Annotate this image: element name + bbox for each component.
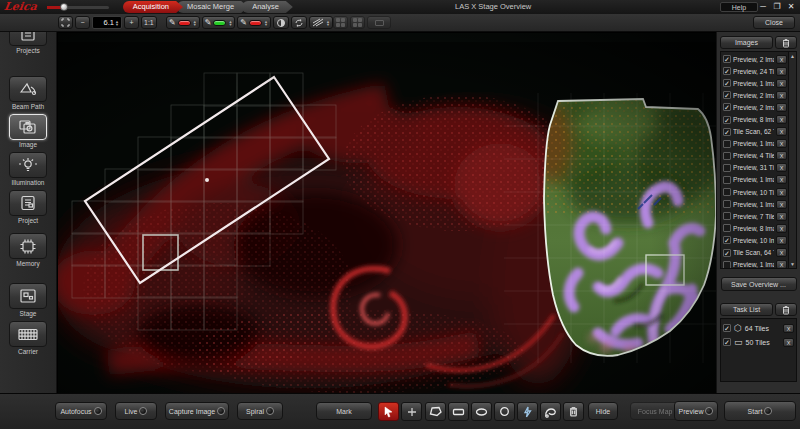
- channel-3-button[interactable]: ✎ ▲▼: [237, 16, 271, 29]
- image-list-item[interactable]: Preview, 1 ImageX: [723, 259, 787, 269]
- channel-1-spinner[interactable]: ▲▼: [193, 20, 197, 26]
- image-list-item[interactable]: Preview, 31 TilesX: [723, 162, 787, 174]
- spiral-button[interactable]: Spiral: [237, 402, 283, 420]
- task-checkbox[interactable]: ✓: [723, 338, 731, 346]
- remove-image-button[interactable]: X: [776, 139, 787, 148]
- image-checkbox[interactable]: [723, 152, 731, 160]
- image-list-item[interactable]: ✓Preview, 8 ImagesX: [723, 113, 787, 125]
- task-checkbox[interactable]: ✓: [723, 324, 731, 332]
- image-checkbox[interactable]: [723, 261, 731, 269]
- image-list-item[interactable]: Preview, 7 TilesX: [723, 210, 787, 222]
- channel-3-color-swatch[interactable]: [249, 20, 262, 26]
- channel-1-color-swatch[interactable]: [178, 20, 191, 26]
- image-list-item[interactable]: ✓Preview, 24 TilesX: [723, 65, 787, 77]
- sidebar-item-image[interactable]: Image: [5, 114, 51, 148]
- tab-acquisition[interactable]: Acquisition: [123, 1, 183, 13]
- scroll-down-icon[interactable]: ▼: [790, 261, 795, 267]
- image-checkbox[interactable]: ✓: [723, 249, 731, 257]
- remove-image-button[interactable]: X: [776, 127, 787, 136]
- rectangle-tool-button[interactable]: [448, 402, 469, 421]
- image-list-item[interactable]: Preview, 10 TilesX: [723, 186, 787, 198]
- image-checkbox[interactable]: ✓: [723, 67, 731, 75]
- stage-overview-canvas[interactable]: [57, 32, 716, 393]
- sidebar-item-project[interactable]: Project: [5, 190, 51, 224]
- remove-image-button[interactable]: X: [776, 55, 787, 64]
- image-list-item[interactable]: ✓Tile Scan, 64 TilesX: [723, 247, 787, 259]
- image-list-item[interactable]: Preview, 4 TilesX: [723, 150, 787, 162]
- scroll-up-icon[interactable]: ▲: [790, 53, 795, 59]
- channel-2-button[interactable]: ✎ ▲▼: [202, 16, 236, 29]
- tab-analyse[interactable]: Analyse: [242, 1, 293, 13]
- sidebar-item-stage[interactable]: Stage: [5, 283, 51, 317]
- image-list-item[interactable]: ✓Preview, 10 ImagesX: [723, 234, 787, 246]
- gradient-lut-button[interactable]: ▲▼: [309, 16, 333, 29]
- layout-single-button[interactable]: [367, 16, 391, 29]
- image-list-item[interactable]: Preview, 8 ImagesX: [723, 222, 787, 234]
- autofocus-button[interactable]: Autofocus: [55, 402, 107, 420]
- zoom-value-field[interactable]: 6.1 ▲▼: [92, 16, 122, 29]
- remove-image-button[interactable]: X: [776, 260, 787, 269]
- images-scrollbar[interactable]: ▲ ▼: [788, 52, 796, 268]
- image-list-item[interactable]: Preview, 1 ImageX: [723, 198, 787, 210]
- capture-image-button[interactable]: Capture Image: [165, 402, 229, 420]
- sidebar-item-carrier[interactable]: Carrier: [5, 321, 51, 355]
- remove-task-button[interactable]: X: [783, 338, 794, 347]
- specimen-view[interactable]: [58, 33, 717, 394]
- remove-image-button[interactable]: X: [776, 103, 787, 112]
- circle-tool-button[interactable]: [494, 402, 515, 421]
- remove-image-button[interactable]: X: [776, 151, 787, 160]
- live-button[interactable]: Live: [115, 402, 157, 420]
- channel-2-spinner[interactable]: ▲▼: [228, 20, 232, 26]
- polygon-tool-button[interactable]: [425, 402, 446, 421]
- remove-image-button[interactable]: X: [776, 67, 787, 76]
- remove-image-button[interactable]: X: [776, 224, 787, 233]
- lut-spinner[interactable]: ▲▼: [326, 20, 330, 26]
- mark-button[interactable]: Mark: [316, 402, 372, 420]
- remove-image-button[interactable]: X: [776, 212, 787, 221]
- image-checkbox[interactable]: [723, 164, 731, 172]
- help-button[interactable]: Help: [720, 2, 758, 12]
- image-checkbox[interactable]: [723, 140, 731, 148]
- opacity-slider[interactable]: [47, 6, 109, 9]
- flash-tool-button[interactable]: [517, 402, 538, 421]
- point-tool-button[interactable]: [401, 402, 422, 421]
- image-checkbox[interactable]: ✓: [723, 103, 731, 111]
- image-list-item[interactable]: ✓Tile Scan, 62 TilesX: [723, 126, 787, 138]
- image-checkbox[interactable]: ✓: [723, 91, 731, 99]
- remove-image-button[interactable]: X: [776, 188, 787, 197]
- delete-tasks-button[interactable]: [775, 303, 797, 316]
- sidebar-item-beam-path[interactable]: Beam Path: [5, 76, 51, 110]
- one-to-one-button[interactable]: 1:1: [141, 16, 157, 29]
- channel-2-color-swatch[interactable]: [213, 20, 226, 26]
- select-tool-button[interactable]: [378, 402, 399, 421]
- image-list-item[interactable]: ✓Preview, 2 ImagesX: [723, 53, 787, 65]
- contrast-button[interactable]: [273, 16, 289, 29]
- save-overview-button[interactable]: Save Overview ...: [721, 277, 797, 291]
- image-checkbox[interactable]: [723, 224, 731, 232]
- image-checkbox[interactable]: ✓: [723, 128, 731, 136]
- image-list-item[interactable]: ✓Preview, 2 ImagesX: [723, 89, 787, 101]
- zoom-in-button[interactable]: +: [124, 16, 139, 29]
- zoom-spinner[interactable]: ▲▼: [115, 20, 119, 26]
- hide-button[interactable]: Hide: [588, 402, 618, 420]
- remove-image-button[interactable]: X: [776, 248, 787, 257]
- image-checkbox[interactable]: [723, 176, 731, 184]
- image-checkbox[interactable]: [723, 188, 731, 196]
- image-list-item[interactable]: Preview, 1 ImageX: [723, 138, 787, 150]
- zoom-out-button[interactable]: −: [75, 16, 90, 29]
- minimize-icon[interactable]: ─: [758, 1, 768, 12]
- close-window-icon[interactable]: ✕: [786, 1, 796, 12]
- remove-image-button[interactable]: X: [776, 163, 787, 172]
- image-list-item[interactable]: Preview, 1 ImageX: [723, 174, 787, 186]
- start-button[interactable]: Start: [724, 401, 796, 421]
- layout-grid-button[interactable]: [333, 16, 348, 29]
- close-overview-button[interactable]: Close: [753, 16, 795, 29]
- image-checkbox[interactable]: ✓: [723, 55, 731, 63]
- sync-button[interactable]: [291, 16, 307, 29]
- ellipse-tool-button[interactable]: [471, 402, 492, 421]
- image-list-item[interactable]: ✓Preview, 1 ImageX: [723, 77, 787, 89]
- channel-1-button[interactable]: ✎ ▲▼: [166, 16, 200, 29]
- freehand-tool-button[interactable]: [540, 402, 561, 421]
- channel-3-spinner[interactable]: ▲▼: [264, 20, 268, 26]
- remove-image-button[interactable]: X: [776, 200, 787, 209]
